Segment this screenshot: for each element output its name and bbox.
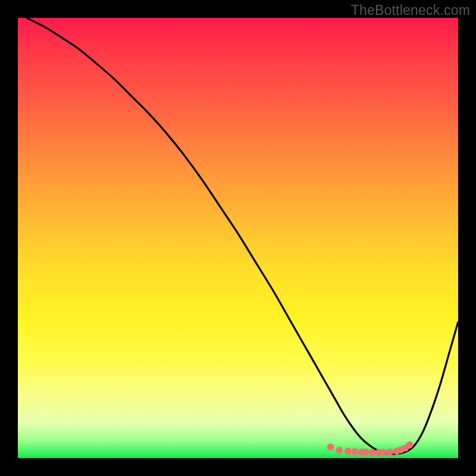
marker-point xyxy=(336,447,343,454)
curve-layer xyxy=(18,18,458,458)
marker-point xyxy=(406,441,414,449)
plot-area xyxy=(18,18,458,458)
marker-point xyxy=(380,449,387,456)
marker-point xyxy=(369,449,376,456)
bottleneck-curve xyxy=(27,18,458,454)
marker-point xyxy=(386,449,393,456)
marker-point xyxy=(345,447,352,455)
watermark-text: TheBottleneck.com xyxy=(351,2,470,18)
marker-point xyxy=(362,449,369,456)
marker-point xyxy=(327,444,334,451)
marker-point xyxy=(351,448,358,455)
